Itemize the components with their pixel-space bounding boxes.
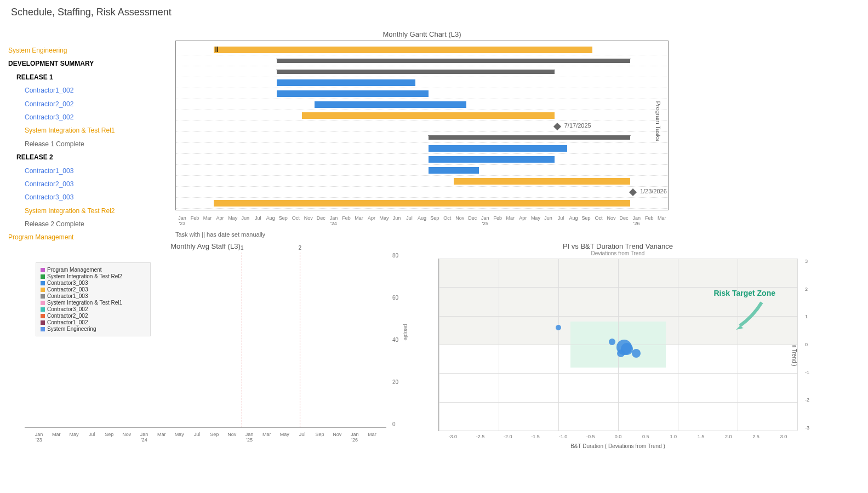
task-list-item[interactable]: System Integration & Test Rel2 [8, 204, 162, 217]
legend-swatch [41, 288, 45, 292]
x-tick: Dec [315, 215, 327, 226]
legend-item[interactable]: Contractor3_002 [41, 306, 146, 312]
legend-swatch [41, 281, 45, 285]
x-tick: Oct [289, 215, 302, 226]
task-list-item[interactable]: RELEASE 2 [8, 151, 162, 164]
gantt-row [176, 198, 668, 209]
legend-item[interactable]: System Integration & Test Rel2 [41, 273, 146, 279]
x-tick: Oct [592, 215, 605, 226]
x-tick: Apr [214, 215, 226, 226]
x-tick [254, 432, 262, 443]
risk-bubble[interactable] [556, 325, 561, 330]
risk-chart[interactable]: PI ( Deviations from Trend ) Risk Target… [438, 259, 797, 431]
gantt-bar[interactable] [214, 47, 592, 53]
x-tick: Nov [605, 215, 618, 226]
task-list-item[interactable]: Contractor3_003 [8, 191, 162, 204]
x-tick: Mar [368, 432, 376, 443]
legend-label: Contractor2_003 [47, 286, 88, 293]
legend-item[interactable]: Contractor2_003 [41, 286, 146, 293]
page-title: Schedule, Staffing, Risk Assessment [11, 7, 172, 18]
task-list-item[interactable]: System Engineering [8, 44, 162, 57]
gantt-bar[interactable] [214, 200, 630, 207]
task-list-item[interactable]: Contractor1_003 [8, 164, 162, 177]
gantt-title: Monthly Gantt Chart (L3) [175, 30, 669, 38]
y-tick: 60 [392, 295, 398, 301]
gantt-row [176, 55, 668, 66]
gantt-bar[interactable] [429, 145, 567, 152]
x-tick: 2.5 [742, 434, 769, 439]
milestone-icon [553, 123, 561, 130]
task-list-item[interactable]: Release 1 Complete [8, 137, 162, 151]
gantt-bar[interactable] [429, 135, 630, 140]
gantt-bar[interactable] [454, 178, 630, 185]
legend-item[interactable]: Contractor2_002 [41, 313, 146, 319]
risk-bubble[interactable] [609, 339, 615, 345]
manual-date-icon: || [215, 46, 219, 52]
legend-label: System Integration & Test Rel2 [47, 273, 122, 279]
x-tick: Feb [340, 215, 352, 226]
x-tick: Aug [264, 215, 277, 226]
staff-legend: Program ManagementSystem Integration & T… [36, 262, 151, 336]
task-list-item[interactable]: RELEASE 1 [8, 71, 162, 84]
task-list-item[interactable]: Contractor2_002 [8, 98, 162, 111]
gantt-bar[interactable] [429, 167, 479, 174]
gantt-bar[interactable] [302, 112, 555, 119]
gantt-row [176, 77, 668, 88]
x-tick: May [280, 432, 289, 443]
x-tick: Jan'24 [327, 215, 340, 226]
x-tick: Aug [416, 215, 429, 226]
legend-item[interactable]: System Integration & Test Rel1 [41, 300, 146, 306]
gantt-bar[interactable] [277, 70, 555, 74]
legend-label: Contractor1_002 [47, 319, 88, 325]
task-list-item[interactable]: Contractor1_002 [8, 84, 162, 97]
task-list-item[interactable]: Contractor2_003 [8, 177, 162, 191]
x-tick: 1.5 [687, 434, 715, 439]
x-tick [201, 432, 210, 443]
task-list-item[interactable]: System Integration & Test Rel1 [8, 124, 162, 137]
legend-swatch [41, 268, 45, 272]
y-tick: 2 [805, 286, 809, 292]
gantt-bar[interactable] [277, 79, 415, 86]
task-list-item[interactable]: Release 2 Complete [8, 217, 162, 231]
legend-label: Contractor2_002 [47, 313, 88, 319]
staff-ylabel: people [402, 324, 408, 340]
x-tick: Nov [122, 432, 131, 443]
risk-xlabel: B&T Duration ( Deviations from Trend ) [438, 443, 797, 449]
x-tick: Jun [391, 215, 403, 226]
staff-chart[interactable]: Program ManagementSystem Integration & T… [25, 253, 386, 428]
risk-bubble[interactable] [617, 349, 625, 357]
x-tick [306, 432, 315, 443]
x-tick: Mar [201, 215, 214, 226]
gantt-chart[interactable]: Program Tasks ||7/17/20251/23/2026Jan'23… [175, 41, 669, 210]
x-tick: Sep [210, 432, 219, 443]
x-tick: May [175, 432, 184, 443]
x-tick: Mar [52, 432, 61, 443]
task-list-item[interactable]: DEVELOPMENT SUMMARY [8, 57, 162, 70]
risk-bubble[interactable] [632, 349, 641, 358]
x-tick: 0.5 [632, 434, 659, 439]
x-tick: Jan'23 [35, 432, 43, 443]
gantt-bar[interactable] [429, 156, 555, 163]
legend-item[interactable]: Contractor3_003 [41, 280, 146, 286]
risk-title: PI vs B&T Duration Trend Variance [438, 242, 797, 250]
legend-item[interactable]: System Engineering [41, 326, 146, 332]
x-tick: Mar [655, 215, 668, 226]
x-tick: Dec [466, 215, 479, 226]
task-list-item[interactable]: Contractor3_002 [8, 111, 162, 124]
y-tick: 1 [805, 314, 809, 319]
x-tick: Jul [193, 432, 202, 443]
gantt-row [176, 110, 668, 121]
gantt-bar[interactable] [277, 59, 630, 63]
x-tick: Mar [504, 215, 517, 226]
gantt-row: || [176, 44, 668, 55]
release-marker-label: 2 [299, 245, 302, 251]
legend-item[interactable]: Contractor1_002 [41, 319, 146, 325]
x-tick: -2.5 [466, 434, 494, 439]
legend-item[interactable]: Contractor1_003 [41, 293, 146, 299]
legend-item[interactable]: Program Management [41, 267, 146, 273]
gantt-bar[interactable] [277, 90, 428, 97]
gantt-row [176, 99, 668, 110]
x-tick: May [529, 215, 542, 226]
gantt-bar[interactable] [315, 101, 466, 108]
milestone-label: 1/23/2026 [640, 188, 667, 194]
